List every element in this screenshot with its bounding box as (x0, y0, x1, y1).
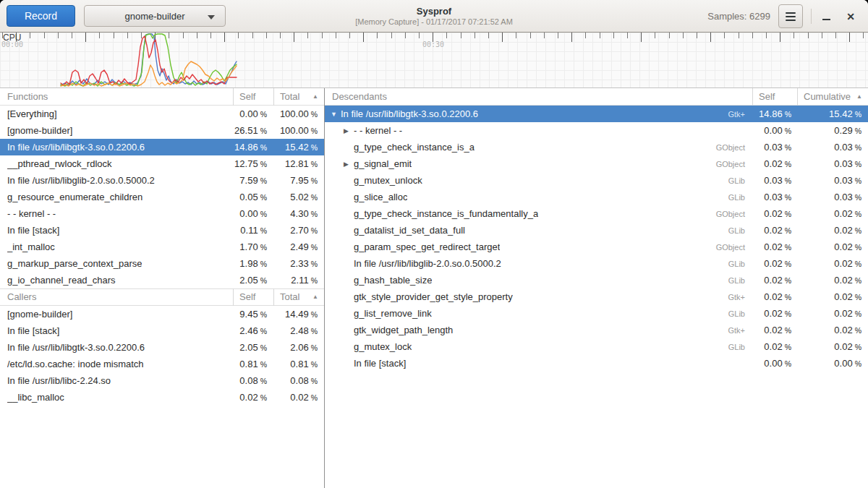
function-name: __pthread_rwlock_rdlock (0, 158, 233, 169)
table-row[interactable]: [Everything]0.00%100.00% (0, 106, 324, 122)
tree-row[interactable]: gtk_widget_path_lengthGtk+0.02%0.02% (325, 322, 868, 338)
table-row[interactable]: [gnome-builder]26.51%100.00% (0, 122, 324, 139)
table-row[interactable]: In file [stack]2.46%2.48% (0, 322, 324, 339)
close-button[interactable]: ✕ (838, 0, 864, 33)
tree-row[interactable]: g_type_check_instance_is_aGObject0.03%0.… (325, 139, 868, 155)
table-row[interactable]: In file /usr/lib/libglib-2.0.so.0.5000.2… (0, 172, 324, 189)
menu-button[interactable] (778, 4, 803, 28)
left-panels: Functions Self Total ▲ [Everything]0.00%… (0, 88, 325, 488)
tree-row[interactable]: In file [stack]0.00%0.00% (325, 355, 868, 372)
table-row[interactable]: - - kernel - -0.00%4.30% (0, 205, 324, 222)
expander-open-icon[interactable]: ▼ (331, 111, 341, 118)
table-row[interactable]: /etc/ld.so.cache: inode mismatch0.81%0.8… (0, 356, 324, 372)
table-row[interactable]: g_io_channel_read_chars2.05%2.11% (0, 272, 324, 288)
table-row[interactable]: _int_malloc1.70%2.49% (0, 239, 324, 255)
minimize-button[interactable] (813, 0, 839, 33)
column-header-cumulative[interactable]: Cumulative ▲ (797, 88, 868, 106)
function-name: In file [stack] (0, 225, 233, 236)
descendant-name: g_mutex_lockGLib (325, 341, 752, 352)
tree-row[interactable]: g_mutex_lockGLib0.02%0.02% (325, 338, 868, 355)
descendants-panel: Descendants Self Cumulative ▲ ▼In file /… (325, 88, 868, 372)
capture-subtitle: [Memory Capture] - 01/17/2017 07:21:52 A… (355, 17, 513, 27)
column-header-self[interactable]: Self (752, 88, 797, 106)
chevron-down-icon (208, 15, 215, 20)
library-tag: GObject (716, 210, 752, 218)
callers-panel: Callers Self Total ▲ [gnome-builder]9.45… (0, 288, 324, 406)
table-row[interactable]: In file [stack]0.11%2.70% (0, 222, 324, 239)
descendant-name: In file [stack] (325, 358, 752, 369)
sort-ascending-icon: ▲ (312, 88, 318, 106)
process-selector[interactable]: gnome-builder (84, 5, 226, 27)
descendant-name: g_param_spec_get_redirect_targetGObject (325, 241, 752, 252)
functions-panel: Functions Self Total ▲ [Everything]0.00%… (0, 88, 324, 288)
sort-ascending-icon: ▲ (312, 288, 318, 306)
function-name: [gnome-builder] (0, 309, 233, 320)
sort-ascending-icon: ▲ (856, 88, 862, 106)
column-header-self[interactable]: Self (233, 88, 273, 106)
descendant-name: g_list_remove_linkGLib (325, 308, 752, 319)
tree-row[interactable]: g_slice_allocGLib0.03%0.03% (325, 189, 868, 205)
column-header-descendants[interactable]: Descendants (325, 88, 752, 106)
tree-row[interactable]: g_type_check_instance_is_fundamentally_a… (325, 205, 868, 222)
column-header-total-label: Total (280, 288, 299, 306)
right-panel: Descendants Self Cumulative ▲ ▼In file /… (325, 88, 868, 488)
tree-row[interactable]: g_hash_table_sizeGLib0.02%0.02% (325, 272, 868, 288)
tree-row[interactable]: ▼In file /usr/lib/libgtk-3.so.0.2200.6Gt… (325, 106, 868, 122)
descendants-header: Descendants Self Cumulative ▲ (325, 88, 868, 106)
descendant-name: g_type_check_instance_is_fundamentally_a… (325, 208, 752, 219)
descendant-name: ▶- - kernel - - (325, 125, 752, 136)
sysprof-window: Record gnome-builder Sysprof [Memory Cap… (0, 0, 868, 488)
record-button[interactable]: Record (7, 5, 75, 27)
descendant-name: g_mutex_unlockGLib (325, 175, 752, 186)
table-row[interactable]: [gnome-builder]9.45%14.49% (0, 306, 324, 322)
function-name: - - kernel - - (0, 208, 233, 219)
library-tag: GLib (728, 343, 752, 351)
tree-row[interactable]: In file /usr/lib/libglib-2.0.so.0.5000.2… (325, 255, 868, 272)
table-row[interactable]: __libc_malloc0.02%0.02% (0, 389, 324, 406)
column-header-total[interactable]: Total ▲ (273, 88, 324, 106)
function-name: g_markup_parse_context_parse (0, 258, 233, 269)
function-name: In file /usr/lib/libglib-2.0.so.0.5000.2 (0, 175, 233, 186)
column-header-total-label: Total (280, 88, 299, 106)
headerbar: Record gnome-builder Sysprof [Memory Cap… (0, 0, 868, 33)
expander-closed-icon[interactable]: ▶ (344, 160, 354, 168)
table-row[interactable]: __pthread_rwlock_rdlock12.75%12.81% (0, 155, 324, 172)
tree-row[interactable]: g_param_spec_get_redirect_targetGObject0… (325, 239, 868, 255)
descendant-name: g_datalist_id_set_data_fullGLib (325, 225, 752, 236)
function-name: In file /usr/lib/libgtk-3.so.0.2200.6 (0, 342, 233, 353)
descendants-rows: ▼In file /usr/lib/libgtk-3.so.0.2200.6Gt… (325, 106, 868, 372)
column-header-callers[interactable]: Callers (0, 288, 233, 306)
table-row[interactable]: In file /usr/lib/libgtk-3.so.0.2200.62.0… (0, 339, 324, 356)
tree-row[interactable]: g_datalist_id_set_data_fullGLib0.02%0.02… (325, 222, 868, 239)
callers-rows: [gnome-builder]9.45%14.49%In file [stack… (0, 306, 324, 406)
close-icon: ✕ (846, 11, 855, 22)
tree-row[interactable]: ▶- - kernel - -0.00%0.29% (325, 122, 868, 139)
table-row[interactable]: g_markup_parse_context_parse1.98%2.33% (0, 255, 324, 272)
function-name: g_io_channel_read_chars (0, 275, 233, 286)
table-row[interactable]: In file /usr/lib/libc-2.24.so0.08%0.08% (0, 372, 324, 389)
tree-row[interactable]: g_mutex_unlockGLib0.03%0.03% (325, 172, 868, 189)
tree-row[interactable]: g_list_remove_linkGLib0.02%0.02% (325, 305, 868, 322)
function-name: g_resource_enumerate_children (0, 192, 233, 202)
table-row[interactable]: g_resource_enumerate_children0.05%5.02% (0, 189, 324, 205)
expander-closed-icon[interactable]: ▶ (344, 127, 354, 134)
tree-row[interactable]: gtk_style_provider_get_style_propertyGtk… (325, 288, 868, 305)
time-label: 00:00 (1, 40, 23, 48)
minimize-icon (822, 19, 830, 20)
main-area: Functions Self Total ▲ [Everything]0.00%… (0, 88, 868, 488)
column-header-total[interactable]: Total ▲ (273, 288, 324, 306)
column-header-self[interactable]: Self (233, 288, 273, 306)
functions-rows: [Everything]0.00%100.00%[gnome-builder]2… (0, 106, 324, 288)
column-header-cumulative-label: Cumulative (804, 88, 851, 106)
library-tag: GObject (716, 160, 752, 168)
cpu-graph[interactable]: CPU 00:0000:30 (0, 33, 868, 88)
function-name: [gnome-builder] (0, 125, 233, 136)
function-name: In file [stack] (0, 325, 233, 336)
function-name: In file /usr/lib/libc-2.24.so (0, 375, 233, 386)
column-header-functions[interactable]: Functions (0, 88, 233, 106)
table-row[interactable]: In file /usr/lib/libgtk-3.so.0.2200.614.… (0, 139, 324, 155)
descendant-name: g_slice_allocGLib (325, 192, 752, 202)
tree-row[interactable]: ▶g_signal_emitGObject0.02%0.03% (325, 155, 868, 172)
process-selector-label: gnome-builder (124, 11, 184, 22)
function-name: In file /usr/lib/libgtk-3.so.0.2200.6 (0, 142, 233, 153)
